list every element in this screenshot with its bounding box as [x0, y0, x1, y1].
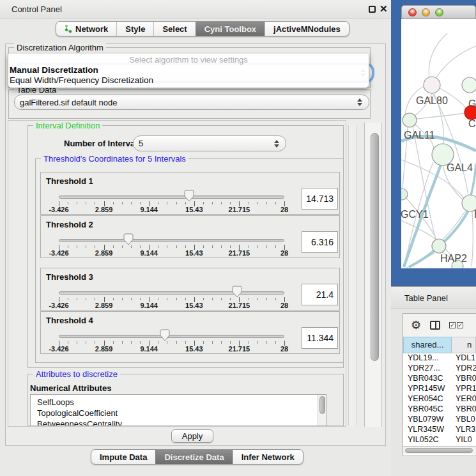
tab-network[interactable]: Network — [56, 22, 116, 36]
slider-track[interactable] — [59, 196, 284, 199]
tab-style[interactable]: Style — [116, 22, 153, 36]
cell-shared-name[interactable]: YBR043C — [403, 374, 452, 384]
tick-label: 2.859 — [95, 345, 113, 353]
cell-name[interactable]: YPR1 — [452, 384, 476, 394]
slider-track[interactable] — [59, 291, 284, 295]
checkbox-icon[interactable]: ✓ — [449, 322, 456, 328]
table-row[interactable]: YDL19...YDL1 — [403, 353, 476, 364]
network-node[interactable] — [432, 239, 446, 253]
slider-thumb[interactable] — [184, 190, 194, 202]
close-traffic-icon[interactable] — [408, 8, 417, 17]
slider-thumb[interactable] — [160, 329, 170, 341]
tick-label: 2.859 — [95, 249, 113, 257]
cell-name[interactable]: YDR2 — [452, 364, 476, 374]
close-icon[interactable]: ✕ — [380, 3, 388, 15]
checkbox-icon[interactable]: ✓ — [457, 322, 463, 328]
cell-shared-name[interactable]: YER054C — [403, 394, 452, 404]
network-node[interactable] — [403, 113, 417, 127]
cell-shared-name[interactable]: YDR27... — [403, 364, 452, 374]
network-canvas[interactable]: GAL80GCGAL11GAL4GCY1HHAP2 — [401, 19, 476, 268]
tab-select[interactable]: Select — [153, 22, 195, 36]
slider-thumb[interactable] — [232, 286, 242, 298]
minimize-traffic-icon[interactable] — [422, 8, 430, 17]
thresholds-group: Threshold's Coordinates for 5 Intervals … — [35, 158, 344, 363]
cell-name[interactable]: YDL1 — [452, 353, 476, 364]
combo-arrows-icon — [356, 98, 364, 106]
apply-button[interactable]: Apply — [171, 429, 213, 443]
horizontal-scrollbar[interactable] — [403, 446, 476, 454]
vertical-scrollbar-thumb[interactable] — [371, 133, 379, 361]
cell-name[interactable]: YBR0 — [452, 374, 476, 384]
slider-track[interactable] — [59, 239, 284, 242]
table-row[interactable]: YBR043CYBR0 — [403, 374, 476, 384]
table-row[interactable]: YPR145WYPR1 — [403, 384, 476, 394]
table-row[interactable]: YIL052CYIL0 — [403, 435, 476, 445]
table-row[interactable]: YBR045CYBR0 — [403, 404, 476, 415]
slider-ticks — [59, 245, 285, 248]
cell-name[interactable]: YER0 — [452, 394, 476, 404]
float-window-icon[interactable] — [369, 6, 376, 13]
tab-jactivemnodules[interactable]: jActiveMNodules — [265, 22, 349, 36]
cell-name[interactable]: YIL0 — [452, 435, 476, 445]
threshold-value-field[interactable]: 11.344 — [302, 327, 338, 349]
column-header-shared-name[interactable]: shared... — [403, 337, 452, 353]
table-row[interactable]: YDR27...YDR2 — [403, 364, 476, 374]
threshold-value-field[interactable]: 21.4 — [302, 284, 338, 305]
node-label: GAL11 — [404, 130, 435, 141]
table-row[interactable]: YER054CYER0 — [403, 394, 476, 404]
cell-name[interactable]: YBL0 — [452, 415, 476, 425]
threshold-row: Threshold 2-3.4262.8599.14415.4321.71528… — [40, 215, 340, 258]
panel-title: Control Panel — [12, 4, 62, 14]
number-of-intervals-spinner[interactable]: 5 — [133, 135, 286, 151]
cell-name[interactable]: YBR0 — [452, 404, 476, 415]
zoom-traffic-icon[interactable] — [435, 8, 443, 17]
attribute-list-item[interactable]: BetweennessCentrality — [31, 418, 326, 426]
spinner-arrows-icon — [273, 140, 280, 148]
network-node[interactable] — [462, 77, 476, 93]
tick-label: -3.426 — [49, 206, 68, 213]
slider-ticks — [59, 341, 285, 344]
column-header-name[interactable]: n — [452, 337, 476, 353]
cyni-mode-tabs: Impute DataDiscretize DataInfer Network — [91, 449, 303, 464]
cell-shared-name[interactable]: YPR145W — [403, 384, 452, 394]
table-row[interactable]: YBL079WYBL0 — [403, 415, 476, 425]
slider-track[interactable] — [59, 335, 284, 338]
threshold-value-field[interactable]: 14.713 — [302, 188, 338, 210]
tick-label: 15.43 — [185, 345, 203, 353]
screen: Control Panel ✕ NetworkStyleSelectCyni T… — [0, 0, 476, 476]
table-row[interactable]: YLR345WYLR3 — [403, 425, 476, 435]
threshold-value-field[interactable]: 6.316 — [302, 231, 338, 253]
tick-label: 28 — [280, 345, 288, 353]
tick-label: 2.859 — [95, 206, 113, 213]
cell-shared-name[interactable]: YDL19... — [403, 353, 452, 364]
dropdown-option[interactable]: Manual Discretization — [8, 65, 369, 75]
network-node[interactable] — [424, 77, 440, 93]
table-data-combo[interactable]: galFiltered.sif default node — [14, 95, 369, 110]
tab-discretize-data[interactable]: Discretize Data — [155, 450, 232, 464]
tick-label: 9.144 — [140, 206, 158, 213]
numerical-attributes-list[interactable]: SelfLoopsTopologicalCoefficientBetweenne… — [30, 394, 326, 426]
attribute-list-item[interactable]: SelfLoops — [31, 397, 326, 408]
node-label: HAP2 — [440, 253, 467, 264]
slider-thumb[interactable] — [123, 233, 134, 245]
gear-icon[interactable]: ⚙ — [411, 319, 421, 331]
table-header-row: shared... n — [403, 337, 476, 353]
table-body[interactable]: YDL19...YDL1YDR27...YDR2YBR043CYBR0YPR14… — [403, 353, 476, 446]
tick-label: 9.144 — [140, 345, 158, 353]
tab-cyni-toolbox[interactable]: Cyni Toolbox — [196, 22, 265, 36]
tab-infer-network[interactable]: Infer Network — [233, 450, 303, 464]
tab-impute-data[interactable]: Impute Data — [91, 450, 155, 464]
split-columns-icon[interactable] — [430, 321, 440, 330]
cell-shared-name[interactable]: YIL052C — [403, 435, 452, 445]
tick-label: 21.715 — [229, 345, 250, 353]
table-panel-title: Table Panel — [404, 293, 448, 303]
network-window-titlebar[interactable] — [401, 5, 476, 19]
cell-name[interactable]: YLR3 — [452, 425, 476, 435]
cell-shared-name[interactable]: YBL079W — [403, 415, 452, 425]
horizontal-scrollbar-thumb[interactable] — [405, 448, 473, 453]
cell-shared-name[interactable]: YBR045C — [403, 404, 452, 415]
cell-shared-name[interactable]: YLR345W — [403, 425, 452, 435]
dropdown-option[interactable]: Equal Width/Frequency Discretization — [8, 75, 369, 86]
attribute-list-item[interactable]: TopologicalCoefficient — [31, 408, 326, 418]
node-label: C — [468, 118, 476, 129]
